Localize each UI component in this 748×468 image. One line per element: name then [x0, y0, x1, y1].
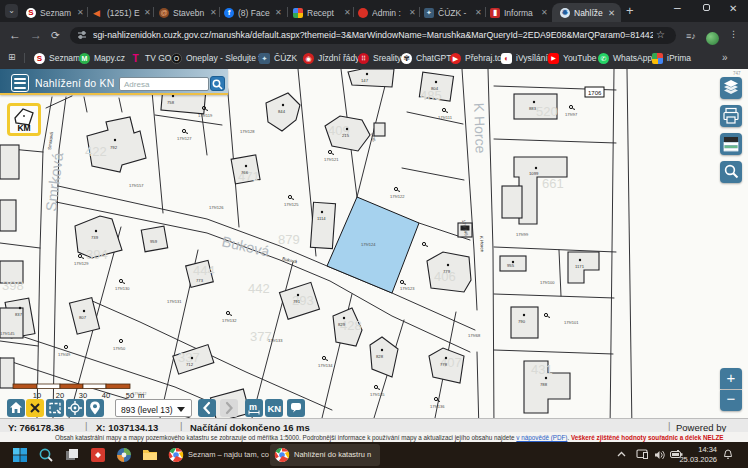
- svg-text:179/50: 179/50: [113, 346, 126, 351]
- svg-text:444: 444: [193, 263, 215, 278]
- svg-text:215: 215: [342, 133, 350, 138]
- svg-text:179/127: 179/127: [177, 136, 192, 141]
- svg-text:179/97: 179/97: [565, 112, 578, 117]
- svg-text:829: 829: [338, 322, 346, 327]
- svg-text:431: 431: [531, 362, 553, 377]
- svg-text:779: 779: [443, 269, 451, 274]
- svg-text:179/125: 179/125: [284, 202, 299, 207]
- svg-text:747: 747: [733, 71, 741, 76]
- svg-text:661: 661: [542, 176, 564, 191]
- svg-text:179/119: 179/119: [198, 113, 213, 118]
- svg-text:179/136: 179/136: [430, 404, 445, 409]
- svg-text:1706: 1706: [588, 90, 602, 96]
- svg-text:179/99: 179/99: [516, 232, 529, 237]
- svg-text:959: 959: [150, 239, 158, 244]
- svg-text:1114: 1114: [317, 216, 326, 221]
- svg-text:778: 778: [440, 362, 448, 367]
- svg-text:442: 442: [248, 281, 270, 296]
- svg-text:955: 955: [507, 263, 515, 268]
- svg-text:179/130: 179/130: [115, 286, 130, 291]
- svg-text:179/129: 179/129: [74, 261, 89, 266]
- svg-text:739: 739: [91, 235, 99, 240]
- svg-text:807: 807: [79, 315, 87, 320]
- svg-text:179/131: 179/131: [167, 299, 182, 304]
- svg-text:147: 147: [361, 78, 369, 83]
- svg-text:KN: KN: [267, 403, 281, 414]
- svg-text:179/111: 179/111: [438, 115, 453, 120]
- svg-text:1171: 1171: [575, 264, 585, 269]
- svg-text:179/123: 179/123: [400, 286, 415, 291]
- svg-text:766: 766: [241, 170, 249, 175]
- svg-text:179/135: 179/135: [370, 392, 385, 397]
- svg-text:179/122: 179/122: [390, 194, 405, 199]
- svg-text:179/157: 179/157: [129, 183, 144, 188]
- svg-text:179/145: 179/145: [0, 331, 15, 336]
- svg-text:179/101: 179/101: [564, 320, 579, 325]
- svg-text:879: 879: [278, 232, 300, 247]
- svg-text:790: 790: [518, 319, 526, 324]
- svg-text:179/134: 179/134: [318, 363, 333, 368]
- svg-text:837: 837: [15, 312, 23, 317]
- svg-text:422: 422: [85, 144, 107, 159]
- svg-text:179/68: 179/68: [468, 333, 481, 338]
- svg-text:758: 758: [167, 100, 175, 105]
- svg-text:1099: 1099: [529, 171, 539, 176]
- svg-text:K Horce: K Horce: [471, 103, 489, 154]
- svg-text:179/100: 179/100: [540, 280, 555, 285]
- svg-text:179/133: 179/133: [268, 338, 283, 343]
- svg-text:791: 791: [293, 299, 301, 304]
- svg-text:773: 773: [196, 278, 204, 283]
- svg-text:792: 792: [110, 145, 118, 150]
- svg-text:179/121: 179/121: [324, 157, 339, 162]
- svg-text:712: 712: [186, 362, 194, 367]
- svg-text:520: 520: [536, 104, 558, 119]
- svg-text:883: 883: [529, 106, 537, 111]
- svg-text:828: 828: [376, 354, 384, 359]
- svg-text:m: m: [249, 402, 257, 412]
- svg-text:788: 788: [540, 382, 548, 387]
- svg-text:K Horce: K Horce: [479, 236, 485, 253]
- svg-text:179/126: 179/126: [209, 205, 224, 210]
- svg-text:179/124: 179/124: [361, 242, 376, 247]
- svg-text:179/49: 179/49: [58, 352, 71, 357]
- svg-text:394: 394: [86, 247, 108, 262]
- svg-text:844: 844: [278, 109, 286, 114]
- svg-text:179/132: 179/132: [222, 318, 237, 323]
- svg-text:398: 398: [2, 278, 24, 293]
- svg-text:804: 804: [431, 86, 439, 91]
- svg-text:179/128: 179/128: [240, 129, 255, 134]
